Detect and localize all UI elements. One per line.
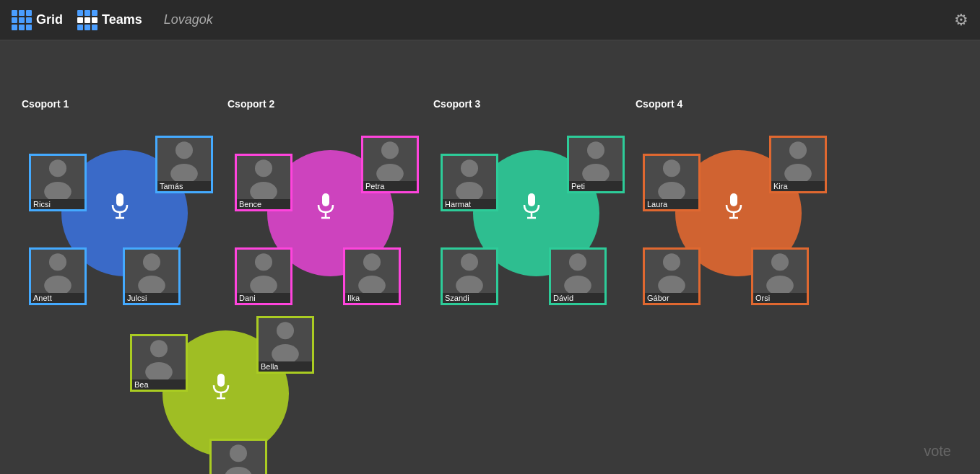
svg-point-16 [381,141,399,159]
member-card-Peti[interactable]: Peti [567,136,625,193]
avatar-Harmat [443,156,496,199]
svg-point-15 [250,182,277,199]
svg-point-49 [277,322,294,339]
member-name-Dávid: Dávid [551,293,604,303]
member-name-Orsi: Orsi [753,293,807,303]
svg-point-36 [663,159,680,177]
member-card-Ilka[interactable]: Ilka [343,247,401,305]
team-label-2: Csoport 2 [227,98,430,110]
avatar-Ricsi [31,156,84,199]
svg-point-28 [582,164,610,181]
avatar-Gábor [645,250,698,293]
team-label-3: Csoport 3 [433,98,636,110]
team-label-4: Csoport 4 [636,98,838,110]
member-card-Dávid[interactable]: Dávid [549,247,607,305]
member-card-Panni[interactable]: Panni [209,439,267,474]
subtitle: Lovagok [164,12,213,27]
svg-rect-22 [528,193,535,206]
member-card-Dani[interactable]: Dani [235,247,292,305]
member-name-Anett: Anett [31,293,84,303]
mic-icon-2 [315,192,337,224]
svg-point-4 [44,182,71,199]
svg-point-9 [143,253,160,271]
svg-point-17 [376,164,404,181]
svg-point-26 [456,182,483,199]
svg-point-38 [789,141,807,159]
member-name-Bella: Bella [259,361,312,372]
avatar-Petra [363,138,417,181]
avatar-Bence [237,156,290,199]
vote-label[interactable]: vote [924,443,951,460]
avatar-Ilka [345,250,399,293]
avatar-Szandi [443,250,496,293]
member-card-Laura[interactable]: Laura [643,154,701,211]
main-content: vote Csoport 1 Ricsi Tamás Anett JulcsiC… [0,40,980,474]
svg-rect-0 [116,193,123,206]
team-group-4: Csoport 4 Laura Kira Gábor Orsi [636,98,838,307]
svg-point-40 [663,253,680,271]
member-card-Szandi[interactable]: Szandi [441,247,498,305]
svg-point-30 [456,276,483,293]
member-name-Julcsi: Julcsi [125,293,178,303]
member-name-Dani: Dani [237,293,290,303]
member-card-Tamás[interactable]: Tamás [155,136,213,193]
svg-point-14 [255,159,272,177]
member-name-Gábor: Gábor [645,293,698,303]
member-name-Harmat: Harmat [443,199,496,209]
member-card-Julcsi[interactable]: Julcsi [123,247,181,305]
avatar-Julcsi [125,250,178,293]
member-name-Tamás: Tamás [157,181,211,191]
svg-point-42 [771,253,789,271]
svg-point-18 [255,253,272,271]
member-card-Orsi[interactable]: Orsi [751,247,809,305]
avatar-Dávid [551,250,604,293]
member-card-Ricsi[interactable]: Ricsi [29,154,87,211]
svg-point-5 [175,141,193,159]
member-name-Laura: Laura [645,199,698,209]
svg-point-43 [766,276,794,293]
svg-point-51 [230,444,247,462]
svg-point-27 [587,141,604,159]
grid-nav-item[interactable]: Grid [12,10,63,30]
member-name-Szandi: Szandi [443,293,496,303]
svg-point-19 [250,276,277,293]
header: Grid Teams Lovagok ⚙ [0,0,980,40]
avatar-Orsi [753,250,807,293]
member-name-Ilka: Ilka [345,293,399,303]
avatar-Peti [569,138,623,181]
member-card-Harmat[interactable]: Harmat [441,154,498,211]
member-name-Petra: Petra [363,181,417,191]
svg-point-25 [461,159,478,177]
member-card-Gábor[interactable]: Gábor [643,247,701,305]
svg-point-52 [225,467,252,474]
mic-icon-5 [210,372,232,404]
avatar-Kira [771,138,825,181]
avatar-Laura [645,156,698,199]
member-card-Petra[interactable]: Petra [361,136,419,193]
svg-rect-44 [217,374,225,387]
team-group-5: Csoport 5 Bea Bella Panni [123,278,325,474]
member-card-Bea[interactable]: Bea [130,334,188,392]
member-card-Bella[interactable]: Bella [256,316,314,374]
avatar-Dani [237,250,290,293]
team-label-1: Csoport 1 [22,98,224,110]
teams-label: Teams [102,12,142,27]
svg-rect-11 [322,193,329,206]
team-group-2: Csoport 2 Bence Petra Dani Ilka [227,98,430,307]
svg-point-29 [461,253,478,271]
svg-point-6 [170,164,198,181]
teams-nav-item[interactable]: Teams [77,10,142,30]
avatar-Bella [259,318,312,361]
member-name-Bence: Bence [237,199,290,209]
member-card-Anett[interactable]: Anett [29,247,87,305]
svg-point-21 [358,276,386,293]
svg-point-8 [44,276,71,293]
grid-icon [12,10,32,30]
svg-point-7 [49,253,66,271]
gear-icon[interactable]: ⚙ [954,11,968,30]
svg-point-3 [49,159,66,177]
member-name-Peti: Peti [569,181,623,191]
member-card-Kira[interactable]: Kira [769,136,827,193]
svg-point-37 [658,182,685,199]
member-card-Bence[interactable]: Bence [235,154,292,211]
